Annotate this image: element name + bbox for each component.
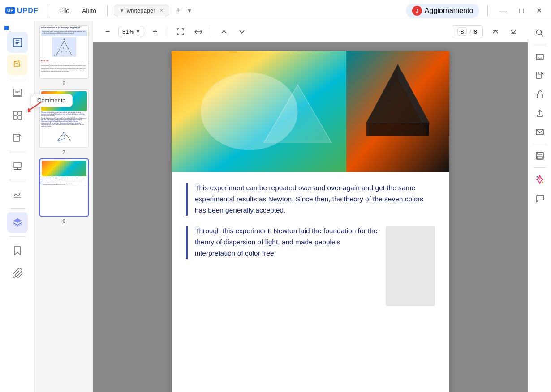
save-icon	[535, 151, 544, 160]
fit-page-button[interactable]	[173, 25, 188, 39]
right-sidebar: OCR	[528, 21, 551, 392]
nav-down-icon	[239, 29, 245, 35]
fit-width-button[interactable]	[191, 25, 206, 39]
rs-sep-2	[534, 144, 546, 144]
minimize-button[interactable]: —	[496, 6, 510, 16]
page-body: This experiment can be repeated over and…	[172, 172, 449, 270]
thumbnail-page-8[interactable]: This experiment can be repeated over and…	[39, 158, 89, 224]
rs-sep-1	[534, 45, 546, 45]
close-button[interactable]: ✕	[533, 5, 546, 16]
sidebar-dot	[4, 26, 9, 30]
convert-tool-button[interactable]	[7, 128, 28, 148]
first-page-button[interactable]	[488, 25, 503, 39]
svg-point-61	[536, 176, 538, 178]
document-tab[interactable]: ▼ whitepaper ✕	[114, 5, 170, 16]
page-indicator: 8 / 8	[452, 25, 483, 38]
tab-close-icon[interactable]: ✕	[159, 8, 164, 13]
maximize-button[interactable]: □	[516, 6, 527, 16]
first-page-icon	[492, 29, 499, 35]
svg-text:OCR: OCR	[537, 56, 543, 59]
last-page-icon	[510, 29, 517, 35]
prism-image	[172, 51, 346, 172]
attachment-tool-button[interactable]	[7, 263, 28, 283]
email-icon	[535, 128, 544, 136]
next-page-button[interactable]	[235, 25, 249, 39]
ai-icon	[535, 175, 545, 184]
attachment-icon	[13, 268, 22, 278]
logo-box: UP	[5, 7, 15, 14]
export-button[interactable]	[532, 68, 548, 84]
page6-diagram: A B C M S B P	[52, 37, 76, 57]
svg-rect-55	[537, 94, 542, 98]
svg-line-36	[64, 132, 71, 141]
nav-up-icon	[221, 29, 227, 35]
menu-file[interactable]: File	[55, 5, 74, 16]
prev-page-button[interactable]	[217, 25, 231, 39]
fit-width-icon	[194, 28, 202, 36]
titlebar-sep-3	[487, 5, 488, 16]
ai-button[interactable]	[532, 171, 548, 187]
organize-tool-button[interactable]	[7, 105, 28, 126]
experiment-text-1: This experiment can be repeated over and…	[195, 183, 435, 216]
view-toolbar: − 81% ▼ +	[93, 21, 528, 42]
ocr-button[interactable]: OCR	[532, 49, 548, 65]
update-button[interactable]: J Aggiornamento	[406, 4, 480, 18]
sidebar-sep-1	[9, 79, 26, 79]
page7-diagram	[55, 128, 73, 143]
sidebar-sep-4	[9, 208, 26, 209]
page-display-container: 8 / 8	[452, 25, 483, 38]
zoom-dropdown-icon: ▼	[136, 29, 140, 34]
sign-tool-button[interactable]	[7, 184, 28, 205]
organize-icon	[13, 111, 22, 120]
sidebar-sep-3	[9, 180, 26, 180]
stamp-tool-button[interactable]	[7, 156, 28, 176]
tool-sidebar: Commento	[0, 21, 35, 392]
new-tab-button[interactable]: +	[173, 5, 183, 16]
email-button[interactable]	[532, 124, 548, 140]
app-logo: UP UPDF	[5, 7, 38, 15]
svg-line-6	[30, 102, 41, 110]
svg-text:S: S	[64, 46, 65, 47]
zoom-out-button[interactable]: −	[100, 25, 115, 39]
text-block-1: This experiment can be repeated over and…	[186, 183, 435, 216]
zoom-selector[interactable]: 81% ▼	[118, 26, 144, 37]
tab-dropdown-icon[interactable]: ▼	[120, 8, 124, 13]
share-icon	[535, 109, 544, 118]
share-button[interactable]	[532, 105, 548, 121]
thumbnail-page-6[interactable]: laid the foundation for the three major …	[39, 25, 89, 86]
export-icon	[535, 71, 544, 80]
thumb-num-7: 7	[62, 149, 65, 155]
titlebar-right: J Aggiornamento — □ ✕	[406, 4, 546, 18]
rs-sep-3	[534, 167, 546, 168]
protect-button[interactable]	[532, 86, 548, 102]
svg-marker-48	[366, 123, 429, 136]
svg-line-4	[15, 63, 18, 64]
page-current[interactable]: 8	[457, 27, 467, 36]
tab-more-icon[interactable]: ▼	[187, 8, 192, 14]
chat-button[interactable]	[532, 190, 548, 206]
layers-tool-button[interactable]	[7, 212, 28, 233]
zoom-in-button[interactable]: +	[148, 25, 162, 39]
page-image-top	[172, 51, 449, 172]
save-button[interactable]	[532, 148, 548, 164]
zoom-value: 81%	[122, 28, 134, 35]
svg-point-49	[536, 30, 541, 35]
pdf-viewer[interactable]: This experiment can be repeated over and…	[93, 42, 528, 392]
comment-tool-button[interactable]	[7, 55, 28, 75]
content-area: − 81% ▼ +	[93, 21, 528, 392]
last-page-button[interactable]	[506, 25, 521, 39]
search-button[interactable]	[532, 25, 548, 41]
svg-rect-17	[14, 162, 21, 168]
gray-placeholder-box	[386, 226, 435, 306]
svg-text:P: P	[65, 51, 66, 53]
menu-help[interactable]: Aiuto	[77, 5, 101, 16]
svg-text:B: B	[61, 51, 62, 53]
dark-prism-image	[346, 51, 449, 172]
chat-icon	[535, 194, 544, 203]
edit-tool-button[interactable]	[7, 83, 28, 103]
svg-rect-60	[537, 156, 542, 159]
text-block-2: Through this experiment, Newton laid the…	[186, 226, 435, 259]
bookmark-tool-button[interactable]	[7, 240, 28, 261]
reader-tool-button[interactable]	[7, 32, 28, 53]
pdf-page-8: This experiment can be repeated over and…	[172, 51, 449, 392]
